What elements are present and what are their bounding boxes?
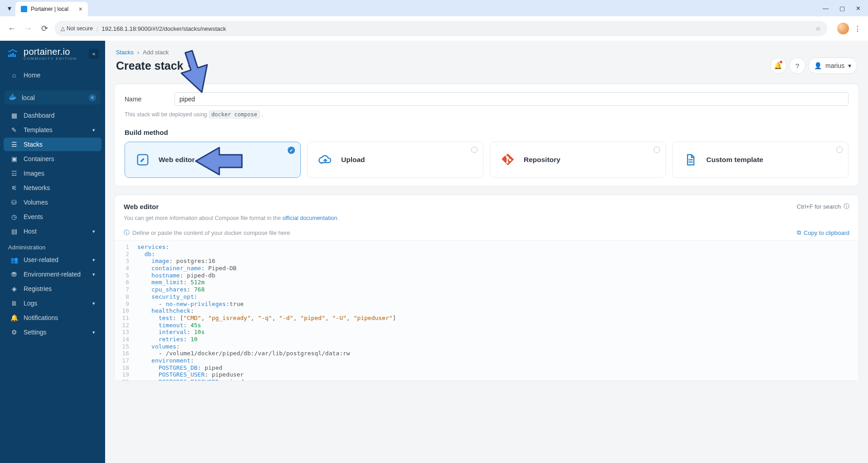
docker-icon xyxy=(9,94,17,101)
tab-menu-icon[interactable]: ▾ xyxy=(4,2,15,14)
chevron-down-icon: ▾ xyxy=(92,272,95,277)
sidebar-item-networks[interactable]: ⚟Networks xyxy=(4,181,101,195)
sidebar-label: User-related xyxy=(24,256,58,263)
file-icon xyxy=(683,152,698,167)
sidebar-item-images[interactable]: ☲Images xyxy=(4,167,101,180)
breadcrumb-current: Add stack xyxy=(143,49,169,56)
user-name: marius xyxy=(825,62,844,69)
git-icon xyxy=(500,152,516,167)
home-icon: ⌂ xyxy=(10,72,18,79)
sidebar-label: Containers xyxy=(24,155,54,162)
close-window-button[interactable]: ✕ xyxy=(856,5,861,12)
code-editor[interactable]: 1234567891011121314151617181920 services… xyxy=(115,240,858,381)
sidebar-item-templates[interactable]: ✎Templates▾ xyxy=(4,123,101,137)
sidebar-item-dashboard[interactable]: ▦Dashboard xyxy=(4,109,101,122)
sidebar-admin-heading: Administration xyxy=(0,239,105,253)
sidebar-item-containers[interactable]: ▣Containers xyxy=(4,152,101,166)
minimize-button[interactable]: — xyxy=(823,5,829,12)
list-icon: ☲ xyxy=(10,170,18,177)
warning-icon: △ xyxy=(61,25,65,32)
user-menu[interactable]: 👤 marius ▾ xyxy=(808,57,857,74)
sidebar-notifications[interactable]: 🔔Notifications xyxy=(4,311,101,325)
forward-button[interactable]: → xyxy=(22,22,34,35)
clock-icon: ◷ xyxy=(10,213,18,220)
window-controls: — ▢ ✕ xyxy=(823,5,864,12)
sidebar-user-related[interactable]: 👥User-related▾ xyxy=(4,253,101,267)
sidebar-registries[interactable]: ◈Registries xyxy=(4,282,101,296)
chevron-down-icon: ▾ xyxy=(92,229,95,234)
help-text: You can get more information about Compo… xyxy=(124,215,282,221)
sidebar: portainer.io COMMUNITY EDITION « ⌂ Home … xyxy=(0,41,105,463)
build-upload[interactable]: Upload xyxy=(307,142,483,178)
radio-icon: ◈ xyxy=(10,285,18,292)
editor-help: You can get more information about Compo… xyxy=(124,215,849,221)
brand-name: portainer.io xyxy=(24,47,77,56)
hdd-icon: ⛃ xyxy=(10,271,18,278)
sidebar-logs[interactable]: 🗎Logs▾ xyxy=(4,296,101,310)
close-environment-icon[interactable]: ✕ xyxy=(89,94,96,101)
database-icon: ⛁ xyxy=(10,199,18,206)
sidebar-label: Logs xyxy=(24,300,37,307)
chevron-down-icon: ▾ xyxy=(92,127,95,133)
sidebar-home-label: Home xyxy=(24,72,40,79)
sidebar-item-events[interactable]: ◷Events xyxy=(4,210,101,224)
sidebar-settings[interactable]: ⚙Settings▾ xyxy=(4,325,101,339)
sidebar-label: Settings xyxy=(24,329,47,336)
sidebar-label: Templates xyxy=(24,126,53,134)
logo[interactable]: portainer.io COMMUNITY EDITION « xyxy=(0,41,105,63)
security-label: Not secure xyxy=(67,25,93,32)
brand-edition: COMMUNITY EDITION xyxy=(24,57,77,61)
sidebar-item-volumes[interactable]: ⛁Volumes xyxy=(4,196,101,209)
compose-hint: Define or paste the content of your dock… xyxy=(132,229,290,236)
breadcrumb: Stacks › Add stack xyxy=(105,41,868,57)
build-label: Upload xyxy=(341,156,365,164)
profile-avatar[interactable] xyxy=(837,23,849,34)
server-icon: ▤ xyxy=(10,228,18,235)
back-button[interactable]: ← xyxy=(5,22,18,35)
sidebar-home[interactable]: ⌂ Home xyxy=(4,68,101,82)
address-bar[interactable]: △ Not secure | 192.168.1.18:9000/#!/2/do… xyxy=(54,21,827,36)
box-icon: ▣ xyxy=(10,155,18,162)
stack-name-input[interactable] xyxy=(174,92,849,106)
hint-text: Ctrl+F for search xyxy=(797,203,841,210)
build-web-editor[interactable]: ✔ Web editor xyxy=(125,142,301,178)
chevron-down-icon: ▾ xyxy=(92,301,95,306)
collapse-sidebar-button[interactable]: « xyxy=(89,49,99,59)
annotation-arrow xyxy=(193,145,243,177)
user-icon: 👤 xyxy=(814,62,822,69)
bookmark-icon[interactable]: ☆ xyxy=(815,25,821,32)
build-custom-template[interactable]: Custom template xyxy=(672,142,849,178)
copy-label: Copy to clipboard xyxy=(804,229,849,236)
security-badge[interactable]: △ Not secure xyxy=(61,25,93,32)
sidebar-environment[interactable]: local ✕ xyxy=(5,91,101,105)
sidebar-label: Images xyxy=(24,170,44,177)
sidebar-label: Environment-related xyxy=(24,271,81,278)
editor-search-hint: Ctrl+F for search ⓘ xyxy=(797,202,849,210)
docs-link[interactable]: official documentation xyxy=(282,215,337,221)
tab-title: Portainer | local xyxy=(31,6,75,12)
sidebar-item-stacks[interactable]: ☰Stacks xyxy=(4,138,101,151)
breadcrumb-root[interactable]: Stacks xyxy=(116,49,134,56)
line-gutter: 1234567891011121314151617181920 xyxy=(115,241,133,381)
sidebar-item-host[interactable]: ▤Host▾ xyxy=(4,224,101,238)
help-button[interactable]: ? xyxy=(789,57,805,74)
notifications-button[interactable]: 🔔 xyxy=(770,57,786,74)
browser-tab[interactable]: Portainer | local × xyxy=(15,2,88,16)
help-circle-icon[interactable]: ⓘ xyxy=(844,202,849,210)
editor-panel: Web editor Ctrl+F for search ⓘ You can g… xyxy=(114,195,859,381)
build-repository[interactable]: Repository xyxy=(490,142,666,178)
selected-check-icon: ✔ xyxy=(288,147,295,154)
code-content[interactable]: services: db: image: postgres:16 contain… xyxy=(133,241,396,381)
close-tab-icon[interactable]: × xyxy=(79,5,82,13)
main-content: Stacks › Add stack Create stack ⟳ 🔔 ? 👤 … xyxy=(105,41,868,463)
reload-button[interactable]: ⟳ xyxy=(38,22,51,35)
sidebar-environment-related[interactable]: ⛃Environment-related▾ xyxy=(4,267,101,281)
name-panel: Name This stack will be deployed using d… xyxy=(114,84,859,186)
copy-to-clipboard-button[interactable]: ⧉ Copy to clipboard xyxy=(797,229,849,236)
browser-menu-icon[interactable]: ⋮ xyxy=(853,24,863,33)
editor-title: Web editor xyxy=(124,203,159,210)
bell-icon: 🔔 xyxy=(10,314,18,321)
maximize-button[interactable]: ▢ xyxy=(839,5,845,12)
dashboard-icon: ▦ xyxy=(10,112,18,119)
chevron-down-icon: ▾ xyxy=(848,62,851,69)
